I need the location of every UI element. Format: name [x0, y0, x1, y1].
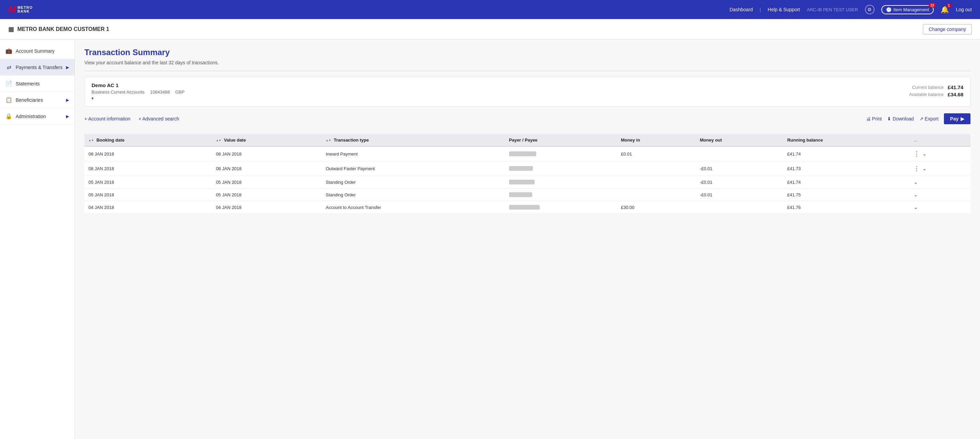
account-balances: Current balance £41.74 Available balance…: [909, 84, 963, 99]
logout-link[interactable]: Log out: [956, 7, 972, 12]
cell-payer-payee-4: [505, 201, 617, 214]
main-content: Transaction Summary View your account ba…: [75, 40, 980, 439]
cell-transaction-type-2: Standing Order: [321, 176, 505, 189]
page-subtitle: View your account balance and the last 3…: [84, 60, 970, 65]
cell-money-out-2: -£0.01: [696, 176, 783, 189]
cell-money-in-2: [617, 176, 696, 189]
dashboard-link[interactable]: Dashboard: [730, 7, 753, 12]
table-body: 08 JAN 2018 08 JAN 2018 Inward Payment £…: [84, 146, 970, 214]
cell-value-date-1: 08 JAN 2018: [212, 161, 322, 176]
cell-row-actions-3: ⌄: [910, 189, 970, 201]
cell-booking-date-3: 05 JAN 2018: [84, 189, 212, 201]
account-currency: GBP: [175, 89, 185, 95]
clock-icon: 🕐: [886, 7, 891, 12]
print-button[interactable]: 🖨 Print: [866, 116, 882, 121]
table-row: 04 JAN 2018 04 JAN 2018 Account to Accou…: [84, 201, 970, 214]
payer-payee-blurred-4: [509, 205, 540, 210]
col-value-date[interactable]: ▲▼ Value date: [212, 134, 322, 146]
pay-arrow-icon: ▶: [961, 116, 964, 121]
export-button[interactable]: ↗ Export: [920, 116, 939, 121]
row-actions-0: ⋮ ⌄: [914, 150, 966, 157]
row-dots-icon-1[interactable]: ⋮: [914, 165, 920, 172]
header-nav: Dashboard | Help & Support ARC-IB PEN TE…: [730, 5, 972, 14]
col-running-balance: Running balance: [783, 134, 910, 146]
cell-booking-date-0: 08 JAN 2018: [84, 146, 212, 161]
actions-right: 🖨 Print ⬇ Download ↗ Export Pay ▶: [866, 113, 970, 124]
cell-payer-payee-3: [505, 189, 617, 201]
item-management-button[interactable]: 🕐 Item Management 22: [881, 5, 934, 14]
row-expand-icon-1[interactable]: ⌄: [923, 166, 927, 171]
sidebar-item-payments-inner: ⇄ Payments & Transfers: [5, 64, 63, 70]
payments-chevron-icon: ▶: [66, 65, 69, 70]
sidebar-item-administration[interactable]: 🔒 Administration ▶: [0, 108, 75, 124]
cell-row-actions-0: ⋮ ⌄: [910, 146, 970, 161]
payer-payee-blurred-1: [509, 166, 533, 171]
export-label: Export: [925, 116, 939, 121]
sidebar-label-payments-transfers: Payments & Transfers: [16, 65, 63, 70]
cell-running-balance-4: £41.76: [783, 201, 910, 214]
item-management-label: Item Management: [894, 7, 929, 12]
transactions-table: ▲▼ Booking date ▲▼ Value date ▲▼ Transac…: [84, 134, 970, 214]
cell-booking-date-1: 08 JAN 2018: [84, 161, 212, 176]
account-name: Demo AC 1: [92, 82, 185, 88]
account-dropdown-toggle[interactable]: ▾: [92, 95, 185, 101]
user-name: ARC-IB PEN TEST USER: [807, 7, 858, 12]
sidebar-item-statements-inner: 📄 Statements: [5, 80, 40, 87]
col-booking-date[interactable]: ▲▼ Booking date: [84, 134, 212, 146]
col-money-in-label: Money in: [621, 137, 640, 143]
document-icon: 📄: [5, 80, 12, 87]
download-button[interactable]: ⬇ Download: [887, 116, 914, 121]
logo-line2: BANK: [18, 10, 33, 13]
cell-money-in-1: [617, 161, 696, 176]
cell-transaction-type-4: Account to Account Transfer: [321, 201, 505, 214]
beneficiaries-chevron-icon: ▶: [66, 98, 69, 102]
change-company-button[interactable]: Change company: [923, 24, 972, 34]
col-money-out-label: Money out: [700, 137, 722, 143]
advanced-search-link[interactable]: + Advanced search: [138, 116, 179, 121]
settings-icon[interactable]: ⚙: [865, 5, 875, 14]
cell-running-balance-1: £41.73: [783, 161, 910, 176]
row-dots-icon-0[interactable]: ⋮: [914, 150, 920, 157]
row-expand-icon-2[interactable]: ⌄: [914, 179, 918, 185]
beneficiaries-icon: 📋: [5, 97, 12, 103]
briefcase-icon: 💼: [5, 48, 12, 54]
row-expand-icon-3[interactable]: ⌄: [914, 192, 918, 197]
transfer-icon: ⇄: [5, 64, 12, 70]
row-actions-3: ⌄: [914, 192, 966, 197]
help-support-link[interactable]: Help & Support: [768, 7, 800, 12]
print-label: Print: [872, 116, 882, 121]
col-value-date-label: Value date: [224, 137, 246, 143]
available-balance-row: Available balance £34.68: [909, 92, 963, 97]
cell-value-date-2: 05 JAN 2018: [212, 176, 322, 189]
sidebar-item-statements[interactable]: 📄 Statements: [0, 76, 75, 92]
row-actions-4: ⌄: [914, 205, 966, 210]
cell-booking-date-2: 05 JAN 2018: [84, 176, 212, 189]
bell-button[interactable]: 🔔 1: [940, 5, 949, 14]
table-header-row: ▲▼ Booking date ▲▼ Value date ▲▼ Transac…: [84, 134, 970, 146]
bell-badge: 1: [947, 3, 951, 8]
sidebar-item-account-summary[interactable]: 💼 Account Summary: [0, 43, 75, 59]
cell-value-date-0: 08 JAN 2018: [212, 146, 322, 161]
sidebar-item-beneficiaries[interactable]: 📋 Beneficiaries ▶: [0, 92, 75, 108]
table-row: 05 JAN 2018 05 JAN 2018 Standing Order -…: [84, 189, 970, 201]
company-bar: ▦ METRO BANK DEMO CUSTOMER 1 Change comp…: [0, 19, 980, 40]
row-expand-icon-4[interactable]: ⌄: [914, 205, 918, 210]
col-transaction-type[interactable]: ▲▼ Transaction type: [321, 134, 505, 146]
cell-money-out-1: -£0.01: [696, 161, 783, 176]
table-row: 05 JAN 2018 05 JAN 2018 Standing Order -…: [84, 176, 970, 189]
payer-payee-blurred-2: [509, 180, 535, 185]
account-type: Business Current Accounts: [92, 89, 145, 95]
col-payer-payee: Payer / Payee: [505, 134, 617, 146]
cell-money-out-4: [696, 201, 783, 214]
sidebar-item-payments-transfers[interactable]: ⇄ Payments & Transfers ▶: [0, 59, 75, 76]
pay-button[interactable]: Pay ▶: [944, 113, 970, 124]
row-expand-icon-0[interactable]: ⌄: [923, 151, 927, 157]
cell-running-balance-2: £41.74: [783, 176, 910, 189]
row-actions-1: ⋮ ⌄: [914, 165, 966, 172]
cell-row-actions-4: ⌄: [910, 201, 970, 214]
cell-value-date-4: 04 JAN 2018: [212, 201, 322, 214]
account-information-link[interactable]: + Account information: [84, 116, 130, 121]
payer-payee-blurred-0: [509, 151, 536, 156]
company-icon: ▦: [8, 25, 14, 33]
admin-icon: 🔒: [5, 113, 12, 119]
